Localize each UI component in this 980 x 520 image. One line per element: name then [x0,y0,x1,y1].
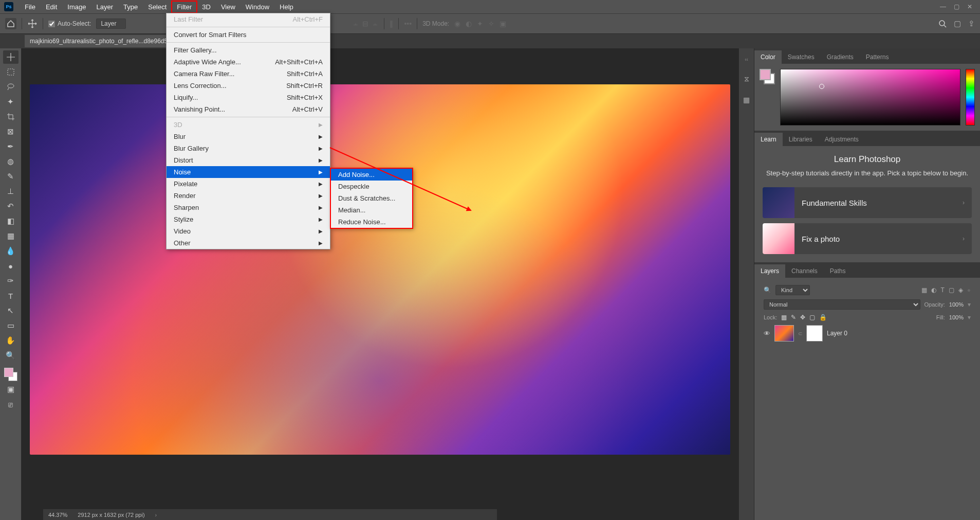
menu-item-stylize[interactable]: Stylize▶ [167,213,330,225]
menu-3d[interactable]: 3D [197,1,216,13]
share-icon[interactable]: ⇪ [968,19,975,28]
menu-item-render[interactable]: Render▶ [167,190,330,202]
move-tool[interactable] [3,50,19,64]
brush-tool[interactable]: ✎ [3,170,19,183]
menu-item-sharpen[interactable]: Sharpen▶ [167,202,330,213]
more-icon[interactable]: ••• [404,20,412,28]
gradient-tool[interactable]: ▦ [3,229,19,243]
pan-icon[interactable]: ◐ [466,20,472,28]
hue-slider[interactable] [966,69,975,125]
lock-transparency-icon[interactable]: ▦ [781,314,787,321]
blend-mode-dropdown[interactable]: Normal [764,299,920,310]
properties-panel-icon[interactable]: ▦ [743,96,750,104]
tab-layers[interactable]: Layers [754,264,785,278]
color-swatches[interactable] [4,368,17,381]
tab-color[interactable]: Color [754,50,782,64]
menu-filter[interactable]: Filter [172,1,197,13]
history-panel-icon[interactable]: ⧖ [744,75,749,83]
learn-card-fundamentals[interactable]: Fundamental Skills › [763,187,972,218]
camera-icon[interactable]: ▣ [500,20,506,28]
menu-item-filter-gallery-[interactable]: Filter Gallery... [167,44,330,56]
color-picker-cursor[interactable] [819,84,824,89]
menu-item-pixelate[interactable]: Pixelate▶ [167,178,330,190]
stamp-tool[interactable]: ⊥ [3,185,19,198]
screenmode-tool[interactable]: ⎚ [3,398,19,411]
lock-all-icon[interactable]: 🔒 [819,314,827,321]
layer-thumbnail[interactable] [774,325,794,342]
foreground-swatch[interactable] [760,69,771,80]
menu-item-camera-raw-filter-[interactable]: Camera Raw Filter...Shift+Ctrl+A [167,68,330,80]
filter-shape-icon[interactable]: ▢ [949,286,954,294]
close-icon[interactable]: ✕ [964,2,976,11]
dodge-tool[interactable]: ● [3,259,19,273]
menu-item-liquify-[interactable]: Liquify...Shift+Ctrl+X [167,92,330,103]
filter-toggle[interactable]: ● [967,286,971,294]
color-field[interactable] [780,69,960,125]
minimize-icon[interactable]: — [937,2,949,11]
menu-file[interactable]: File [20,1,41,13]
wand-tool[interactable]: ✦ [3,95,19,109]
menu-item-noise[interactable]: Noise▶ [167,166,330,178]
orbit-icon[interactable]: ◉ [454,20,460,28]
submenu-item-reduce-noise-[interactable]: Reduce Noise... [331,216,412,228]
frame-tool[interactable]: ⊠ [3,125,19,138]
pen-tool[interactable]: ✑ [3,274,19,288]
align-top-icon[interactable]: ⫠ [352,20,359,28]
hand-tool[interactable]: ✋ [3,334,19,347]
distribute-icon[interactable]: ‖ [390,20,393,28]
filter-smart-icon[interactable]: ◈ [958,286,963,294]
rectangle-tool[interactable]: ▭ [3,319,19,332]
scale-icon[interactable]: ✦ [477,20,483,28]
menu-window[interactable]: Window [241,1,274,13]
document-canvas[interactable] [30,84,730,455]
filter-adjust-icon[interactable]: ◐ [931,286,936,294]
auto-select-checkbox[interactable]: Auto-Select: [48,20,91,27]
foreground-color[interactable] [4,368,13,377]
menu-item-adaptive-wide-angle-[interactable]: Adaptive Wide Angle...Alt+Shift+Ctrl+A [167,56,330,68]
workspace-icon[interactable]: ▢ [954,19,961,28]
layer-name[interactable]: Layer 0 [827,330,847,337]
lock-pixels-icon[interactable]: ✎ [791,314,796,321]
menu-item-lens-correction-[interactable]: Lens Correction...Shift+Ctrl+R [167,80,330,92]
menu-item-video[interactable]: Video▶ [167,225,330,237]
tab-adjustments[interactable]: Adjustments [819,133,865,146]
tab-libraries[interactable]: Libraries [783,133,819,146]
menu-image[interactable]: Image [62,1,91,13]
tab-patterns[interactable]: Patterns [860,50,895,64]
menu-item-other[interactable]: Other▶ [167,237,330,249]
blur-tool[interactable]: 💧 [3,244,19,258]
align-bot-icon[interactable]: ⫠ [372,20,379,28]
menu-select[interactable]: Select [143,1,172,13]
menu-item-distort[interactable]: Distort▶ [167,154,330,166]
light-icon[interactable]: ✧ [488,20,494,28]
align-mid-icon[interactable]: ⊟ [362,20,368,28]
color-swatches-large[interactable] [760,69,775,84]
tab-gradients[interactable]: Gradients [821,50,860,64]
menu-item-blur[interactable]: Blur▶ [167,131,330,142]
tab-learn[interactable]: Learn [754,133,783,146]
menu-view[interactable]: View [216,1,241,13]
search-icon[interactable] [938,20,947,28]
layer-row[interactable]: 👁 ⊂ Layer 0 [760,323,975,344]
lock-artboard-icon[interactable]: ▢ [809,314,815,321]
eyedropper-tool[interactable]: ✒ [3,140,19,153]
filter-image-icon[interactable]: ▦ [921,286,927,294]
zoom-level[interactable]: 44.37% [48,512,67,518]
submenu-item-dust-scratches-[interactable]: Dust & Scratches... [331,192,412,204]
visibility-icon[interactable]: 👁 [764,330,770,337]
layer-mask-thumbnail[interactable] [806,325,823,342]
layer-filter-dropdown[interactable]: Kind [775,285,810,295]
tab-swatches[interactable]: Swatches [782,50,821,64]
learn-card-fixphoto[interactable]: Fix a photo › [763,223,972,254]
menu-help[interactable]: Help [274,1,299,13]
marquee-tool[interactable] [3,65,19,79]
home-icon[interactable] [5,18,16,29]
menu-item-blur-gallery[interactable]: Blur Gallery▶ [167,142,330,154]
submenu-item-despeckle[interactable]: Despeckle [331,181,412,192]
zoom-tool[interactable]: 🔍 [3,349,19,362]
layer-dropdown[interactable]: Layer [96,19,126,29]
crop-tool[interactable] [3,110,19,123]
type-tool[interactable]: T [3,289,19,302]
lock-position-icon[interactable]: ✥ [800,314,805,321]
history-brush-tool[interactable]: ↶ [3,200,19,213]
